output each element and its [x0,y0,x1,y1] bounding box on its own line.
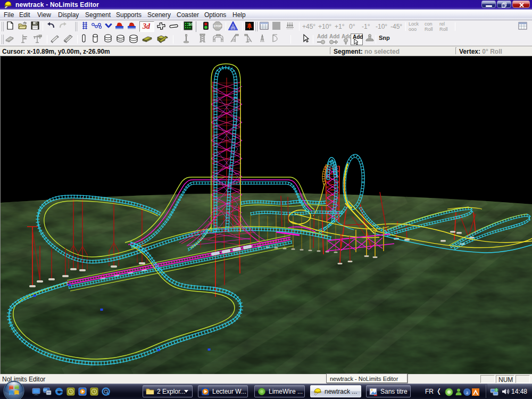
svg-text:3d: 3d [188,22,193,26]
svg-text:STOP: STOP [214,24,222,28]
svg-text:a: a [466,389,469,395]
svg-text:CYB: CYB [246,23,251,26]
